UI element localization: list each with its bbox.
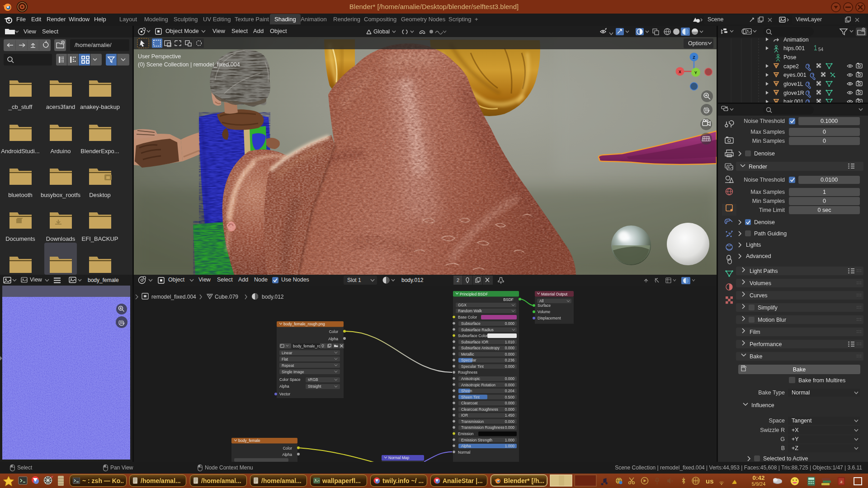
svg-text:Animation: Animation (783, 37, 809, 43)
svg-text:anakey-backup: anakey-backup (80, 103, 120, 110)
svg-text:0.000: 0.000 (505, 425, 515, 430)
svg-text:Selected to Active: Selected to Active (763, 455, 808, 462)
svg-text:Displacement: Displacement (538, 316, 561, 320)
svg-text:All: All (539, 299, 544, 303)
svg-text:hair.001: hair.001 (783, 99, 804, 103)
svg-text:GGX: GGX (458, 303, 467, 307)
svg-text:Min Samples: Min Samples (752, 198, 785, 204)
svg-text:0: 0 (823, 198, 826, 204)
svg-text:Path Guiding: Path Guiding (754, 230, 787, 237)
svg-text:Transmission Roughness: Transmission Roughness (461, 425, 505, 430)
svg-text:sRGB: sRGB (308, 377, 318, 382)
svg-text:User Perspective: User Perspective (138, 53, 181, 60)
svg-text:Global: Global (373, 28, 390, 35)
svg-text:Noise Threshold: Noise Threshold (744, 118, 785, 124)
svg-text:Cube.079: Cube.079 (215, 294, 238, 300)
svg-text:Normal Map: Normal Map (388, 455, 410, 460)
svg-text:Sheen Tint: Sheen Tint (461, 395, 480, 399)
svg-text:Roughness: Roughness (458, 370, 477, 375)
svg-text:0.236: 0.236 (505, 358, 515, 362)
svg-text:Vector: Vector (279, 392, 290, 396)
svg-text:G: G (780, 436, 785, 442)
svg-text:Clearcoat: Clearcoat (461, 401, 478, 405)
svg-text:EFI_BACKUP: EFI_BACKUP (82, 235, 118, 242)
svg-text:Y: Y (694, 70, 697, 75)
svg-text:glove1L: glove1L (783, 81, 803, 87)
svg-text:0.204: 0.204 (505, 389, 515, 393)
svg-text:Anisotropic Rotation: Anisotropic Rotation (461, 383, 495, 387)
svg-text:Clearcoat Roughness: Clearcoat Roughness (461, 407, 498, 412)
svg-text:Tangent: Tangent (792, 418, 812, 424)
svg-text:Performance: Performance (750, 341, 782, 347)
svg-text:Alpha: Alpha (461, 444, 471, 448)
svg-text:body_female: body_female (238, 438, 260, 443)
svg-text:eyes.001: eyes.001 (783, 72, 807, 78)
svg-text:0.000: 0.000 (505, 401, 515, 405)
svg-text:body_female_rough.png: body_female_rough.png (283, 322, 325, 326)
svg-text:Straight: Straight (308, 384, 321, 389)
svg-text:Sheen: Sheen (461, 389, 472, 393)
svg-text:Influence: Influence (751, 402, 774, 408)
svg-text:0.0100: 0.0100 (821, 177, 838, 183)
svg-text:54: 54 (818, 47, 824, 52)
svg-text:Alpha: Alpha (279, 384, 289, 389)
svg-text:us: us (706, 477, 714, 485)
svg-text:Subsurface Anisotropy: Subsurface Anisotropy (461, 346, 500, 350)
svg-text:Repeat: Repeat (282, 363, 294, 368)
svg-text:Downloads: Downloads (46, 235, 75, 242)
svg-text:glove1R: glove1R (783, 90, 804, 96)
svg-text:Alpha: Alpha (328, 337, 338, 341)
svg-text:_cb_stuff: _cb_stuff (8, 103, 33, 110)
svg-text:Advanced: Advanced (746, 253, 771, 259)
svg-text:1: 1 (823, 189, 826, 195)
svg-text:1.010: 1.010 (505, 340, 515, 344)
svg-text:(0) Scene Collection | remodel: (0) Scene Collection | remodel_fixed.004 (138, 61, 240, 68)
svg-text:1.450: 1.450 (505, 413, 515, 418)
svg-text:+Y: +Y (792, 436, 799, 442)
svg-text:Bake: Bake (793, 366, 806, 373)
svg-text:Film: Film (750, 329, 760, 335)
svg-text:Anisotropic: Anisotropic (461, 376, 481, 381)
svg-text:0: 0 (823, 138, 826, 144)
svg-text:a: a (840, 479, 843, 484)
svg-text:Random Walk: Random Walk (458, 309, 482, 313)
svg-text:0 sec: 0 sec (818, 207, 831, 213)
svg-text:Time Limit: Time Limit (759, 207, 785, 213)
svg-text:Surface: Surface (538, 303, 551, 308)
svg-text:Motion Blur: Motion Blur (758, 317, 786, 323)
svg-text:+Z: +Z (792, 445, 798, 451)
svg-text:Swizzle R: Swizzle R (760, 427, 785, 433)
svg-text:Subsurface IOR: Subsurface IOR (461, 340, 488, 344)
svg-text:Pose: Pose (783, 54, 797, 61)
svg-text:Denoise: Denoise (754, 219, 775, 225)
svg-text:IOR: IOR (461, 413, 468, 418)
svg-text:Single Image: Single Image (282, 370, 304, 374)
svg-text:Bake from Multires: Bake from Multires (798, 377, 845, 384)
svg-text:Principled BSDF: Principled BSDF (460, 292, 488, 296)
svg-text:1.000: 1.000 (505, 444, 515, 448)
svg-text:Render: Render (749, 164, 767, 170)
svg-text:Normal: Normal (458, 450, 471, 455)
svg-text:0.000: 0.000 (505, 321, 515, 326)
svg-text:0.000: 0.000 (505, 376, 515, 381)
svg-text:BSDF: BSDF (503, 297, 514, 302)
svg-text:Color: Color (329, 329, 338, 334)
svg-text:0.1000: 0.1000 (821, 118, 838, 124)
svg-text:Arduino: Arduino (51, 148, 71, 155)
svg-text:Volume: Volume (538, 310, 551, 314)
svg-text:hips.001: hips.001 (783, 45, 805, 52)
svg-text:Documents: Documents (5, 235, 35, 242)
svg-text:0.000: 0.000 (505, 364, 515, 369)
svg-text:0.500: 0.500 (505, 395, 515, 399)
svg-text:Specular Tint: Specular Tint (461, 364, 484, 369)
svg-text:0.000: 0.000 (505, 352, 515, 357)
svg-text:Max Samples: Max Samples (750, 129, 785, 135)
svg-text:X: X (679, 70, 681, 74)
svg-text:Curves: Curves (750, 292, 768, 299)
svg-text:cape2: cape2 (783, 63, 799, 70)
svg-text:Bake: Bake (750, 353, 763, 360)
svg-text:Max Samples: Max Samples (750, 189, 785, 195)
svg-text:Min Samples: Min Samples (752, 138, 785, 144)
svg-text:Color Space: Color Space (279, 377, 301, 382)
svg-text:Flat: Flat (282, 357, 288, 361)
